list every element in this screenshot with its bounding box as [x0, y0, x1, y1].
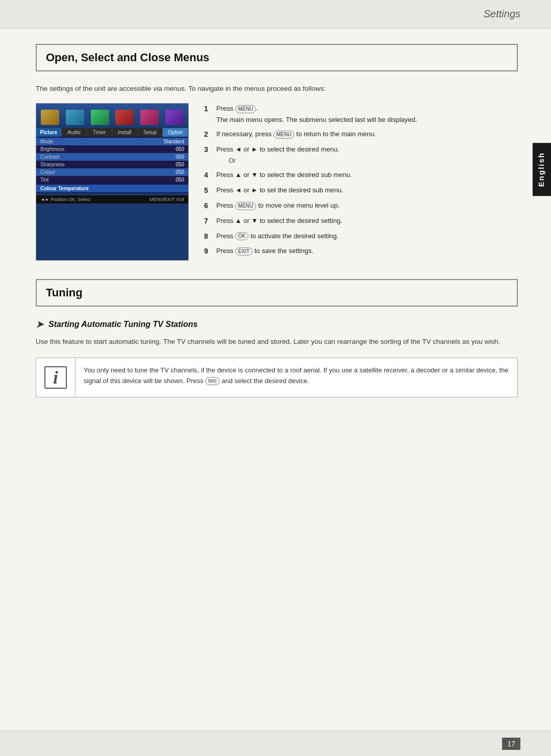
option-icon [165, 110, 184, 125]
icon-cell-option [162, 108, 186, 128]
tab-setup: Setup [138, 128, 163, 137]
btn-exit: EXIT [235, 247, 253, 256]
tv-footer-left: ◄► Position OK: Select [40, 197, 90, 202]
tv-menu-icons [36, 104, 188, 128]
instr-item-6: 6 Press MENU to move one menu level up. [204, 200, 518, 212]
subsection-title-text: Starting Automatic Tuning TV Stations [48, 320, 197, 329]
install-icon [115, 110, 134, 125]
tv-row-sharpness: Sharpness 050 [36, 161, 188, 168]
btn-menu-1: MENU [235, 105, 256, 113]
info-i-icon: i [44, 366, 67, 389]
tv-row-contrast: Contrast 050 [36, 153, 188, 161]
icon-cell-setup [138, 108, 162, 128]
tab-option: Option [163, 128, 188, 137]
section1-box: Open, Select and Close Menus [36, 44, 518, 71]
section2: Tuning ➤ Starting Automatic Tuning TV St… [36, 279, 518, 397]
btn-tvrc: tvrc [205, 377, 219, 385]
tv-row-colour: Colour 050 [36, 168, 188, 176]
page-number-value: 17 [502, 738, 520, 750]
info-box: i You only need to tune the TV channels,… [36, 358, 518, 397]
main-content: Open, Select and Close Menus The setting… [31, 29, 523, 730]
language-tab: English [533, 143, 551, 196]
icon-cell-install [113, 108, 137, 128]
btn-ok: OK [235, 232, 248, 240]
tv-subheader: Colour Temperature [36, 185, 188, 192]
tv-row-brightness: Brightness 050 [36, 145, 188, 153]
instr-item-9: 9 Press EXIT to save the settings. [204, 245, 518, 258]
content-row: Picture Audio Timer Install Setup Option… [36, 103, 518, 261]
tab-picture: Picture [36, 128, 62, 137]
instructions-list: 1 Press MENU. The main menu opens. The s… [204, 103, 518, 261]
subsection-arrow-icon: ➤ [36, 319, 43, 330]
tv-menu-footer: ◄► Position OK: Select MENU/EXIT: Exit [36, 195, 188, 204]
subsection-text: Use this feature to start automatic tuni… [36, 336, 518, 347]
section1-title: Open, Select and Close Menus [46, 51, 209, 64]
info-text-cell: You only need to tune the TV channels, i… [76, 358, 517, 397]
audio-icon [66, 110, 84, 125]
tv-menu-rows: Mode Standard Brightness 050 Contrast 05… [36, 137, 188, 193]
info-icon-cell: i [36, 358, 76, 397]
tab-audio: Audio [62, 128, 87, 137]
icon-cell-audio [63, 108, 87, 128]
section1-intro: The settings of the unit are accessible … [36, 84, 518, 94]
instr-item-7: 7 Press ▲ or ▼ to select the desired set… [204, 215, 518, 228]
page-title: Settings [484, 8, 520, 20]
header-strip: Settings [0, 0, 551, 29]
tab-timer: Timer [87, 128, 112, 137]
section2-title: Tuning [46, 286, 83, 299]
tab-install: Install [112, 128, 138, 137]
setup-icon [140, 110, 159, 125]
picture-icon [41, 110, 59, 125]
tv-menu-tabs: Picture Audio Timer Install Setup Option [36, 128, 188, 137]
tv-row-tint: Tint 050 [36, 176, 188, 184]
page-number-label: 17 [498, 740, 520, 748]
info-box-text: You only need to tune the TV channels, i… [84, 366, 509, 385]
section2-box: Tuning [36, 279, 518, 307]
instr-item-2: 2 If necessary, press MENU to return to … [204, 129, 518, 141]
tv-row-mode: Mode Standard [36, 138, 188, 145]
btn-menu-2: MENU [273, 131, 294, 139]
tv-footer-right: MENU/EXIT: Exit [149, 197, 184, 202]
instr-item-4: 4 Press ▲ or ▼ to select the desired sub… [204, 169, 518, 182]
instr-item-3: 3 Press ◄ or ► to select the desired men… [204, 144, 518, 166]
timer-icon [91, 110, 109, 125]
icon-cell-picture [38, 108, 62, 128]
instr-item-1: 1 Press MENU. The main menu opens. The s… [204, 103, 518, 125]
icon-cell-timer [88, 108, 112, 128]
instr-item-5: 5 Press ◄ or ► to set the desired sub me… [204, 185, 518, 197]
tv-menu-screenshot: Picture Audio Timer Install Setup Option… [36, 103, 189, 261]
footer-strip: 17 [0, 730, 551, 756]
language-label: English [537, 152, 545, 187]
subsection-title: ➤ Starting Automatic Tuning TV Stations [36, 319, 518, 330]
btn-menu-6: MENU [235, 202, 256, 210]
instr-item-8: 8 Press OK to activate the desired setti… [204, 231, 518, 243]
